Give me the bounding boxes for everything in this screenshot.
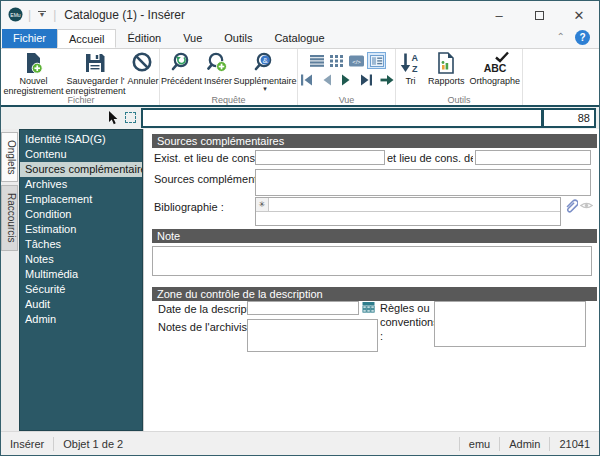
calendar-picker-icon[interactable] [362, 301, 375, 316]
nav-previous-record-icon[interactable] [318, 72, 335, 87]
sidebar-item[interactable]: Sources complémentaires [20, 162, 142, 177]
view-code-icon[interactable]: </> [348, 53, 365, 68]
marquee-select-icon[interactable] [125, 112, 136, 123]
button-label: Sauvegarder l' enregistrement [65, 76, 125, 96]
tab-catalogue[interactable]: Catalogue [263, 29, 335, 48]
sort-az-icon: AZ [399, 51, 423, 75]
rules-textarea[interactable] [434, 301, 586, 347]
reports-button[interactable]: Rapports [425, 51, 468, 86]
search-insert-icon [206, 51, 230, 75]
view-details-icon[interactable] [368, 53, 385, 68]
group-label-vue: Vue [298, 95, 395, 105]
sidebar-item[interactable]: Archives [20, 177, 142, 192]
sidebar-item[interactable]: Multimédia [20, 267, 142, 282]
rules-label: Règles ou conventions : [380, 302, 433, 343]
sidebar-item[interactable]: Notes [20, 252, 142, 267]
quick-access-dropdown-icon[interactable]: ▾ [36, 11, 48, 19]
ribbon-group-outils: AZ Tri Rapports ABC Orthographe [396, 49, 523, 105]
button-label: Tri [405, 76, 415, 86]
new-record-button[interactable]: Nouvel enregistrement [2, 51, 64, 96]
sidebar-item[interactable]: Admin [20, 312, 142, 327]
status-mode: Insérer [1, 438, 53, 450]
sidebar-panel: Identité ISAD(G)ContenuSources complémen… [19, 129, 143, 431]
copies-input[interactable] [475, 150, 591, 165]
nav-goto-record-icon[interactable] [378, 72, 395, 87]
grid-cell[interactable] [269, 198, 560, 211]
save-icon [83, 51, 107, 75]
status-user: Admin [500, 438, 549, 450]
sidebar-item[interactable]: Sécurité [20, 282, 142, 297]
ribbon-group-fichier: Nouvel enregistrement Sauvegarder l' enr… [3, 49, 160, 105]
section-header-sources: Sources complémentaires [152, 134, 597, 148]
ribbon: Nouvel enregistrement Sauvegarder l' enr… [1, 49, 599, 107]
ribbon-tab-row: Fichier Accueil Édition Vue Outils Catal… [1, 29, 599, 49]
view-grid-icon[interactable] [328, 53, 345, 68]
sidebar-item[interactable]: Condition [20, 207, 142, 222]
maximize-icon [535, 11, 544, 20]
maximize-button[interactable] [519, 1, 559, 29]
sidebar-item[interactable]: Contenu [20, 147, 142, 162]
cancel-button[interactable]: Annuler [127, 51, 160, 86]
tab-vue[interactable]: Vue [172, 29, 213, 48]
minimize-button[interactable]: – [479, 1, 519, 29]
nav-first-record-icon[interactable] [298, 72, 315, 87]
sources-textarea[interactable] [255, 169, 591, 196]
nav-last-record-icon[interactable] [358, 72, 375, 87]
sidebar-item[interactable]: Emplacement [20, 192, 142, 207]
copies-label: et lieu de cons. de copies : [387, 152, 473, 164]
sidebar-item-list: Identité ISAD(G)ContenuSources complémen… [20, 132, 142, 327]
previous-query-button[interactable]: Précédent [160, 51, 203, 86]
view-list-icon[interactable] [308, 53, 325, 68]
cursor-arrow-icon[interactable] [108, 111, 120, 127]
tab-accueil[interactable]: Accueil [57, 29, 116, 48]
app-logo-icon: EMu [8, 7, 23, 24]
sidebar-item[interactable]: Identité ISAD(G) [20, 132, 142, 147]
tab-raccourcis[interactable]: Raccourcis [1, 185, 18, 250]
help-button[interactable]: ? [575, 30, 590, 45]
search-previous-icon [170, 51, 194, 75]
tab-outils[interactable]: Outils [213, 29, 263, 48]
svg-text:EMu: EMu [10, 11, 21, 17]
sidebar-item[interactable]: Tâches [20, 237, 142, 252]
new-row-marker-icon: ✳ [256, 198, 269, 211]
search-supplementary-icon: & [253, 51, 277, 75]
window-controls: – ✕ [479, 1, 599, 29]
nav-next-record-icon[interactable] [338, 72, 355, 87]
ribbon-group-requete: Précédent Insérer & Supplémentaire ▾ Req… [160, 49, 298, 105]
spellcheck-button[interactable]: ABC Orthographe [468, 51, 522, 86]
app-window: EMu | ▾ | Catalogue (1) - Insérer – ✕ Fi… [0, 0, 600, 456]
tab-edition[interactable]: Édition [116, 29, 172, 48]
visibility-eye-icon[interactable] [580, 200, 593, 212]
ribbon-group-vue: </> [298, 49, 396, 105]
status-db: emu [460, 438, 499, 450]
group-label-requete: Requête [160, 95, 297, 105]
description-date-input[interactable] [247, 301, 359, 315]
spellcheck-icon: ABC [478, 51, 512, 75]
sort-button[interactable]: AZ Tri [396, 51, 425, 86]
attachment-paperclip-icon[interactable] [564, 197, 578, 216]
grid-row[interactable]: ✳ [256, 198, 560, 212]
sidebar-item[interactable]: Audit [20, 297, 142, 312]
new-record-icon [21, 51, 45, 75]
collapse-ribbon-icon[interactable]: ⌃ [557, 31, 565, 42]
record-count: 88 [544, 110, 594, 126]
insert-button[interactable]: Insérer [203, 51, 233, 86]
save-record-button[interactable]: Sauvegarder l' enregistrement [64, 51, 126, 96]
button-label: Rapports [428, 76, 465, 86]
archivist-notes-textarea[interactable] [247, 319, 378, 352]
tab-onglets[interactable]: Onglets [1, 132, 18, 182]
supplementary-query-button[interactable]: & Supplémentaire ▾ [233, 51, 297, 91]
titlebar-separator: | [28, 8, 31, 22]
bibliography-grid[interactable]: ✳ [255, 197, 561, 226]
note-textarea[interactable] [152, 246, 592, 276]
record-form: Sources complémentaires Exist. et lieu d… [143, 129, 599, 431]
report-document-icon [434, 51, 458, 75]
tab-fichier[interactable]: Fichier [2, 29, 57, 48]
close-button[interactable]: ✕ [559, 1, 599, 29]
sidebar-tabstrip: Onglets Raccourcis [1, 129, 19, 431]
bibliography-label: Bibliographie : [154, 201, 224, 213]
svg-text:Z: Z [412, 64, 418, 74]
sidebar-item[interactable]: Estimation [20, 222, 142, 237]
exist-input[interactable] [255, 150, 385, 165]
summary-field[interactable] [143, 110, 541, 126]
